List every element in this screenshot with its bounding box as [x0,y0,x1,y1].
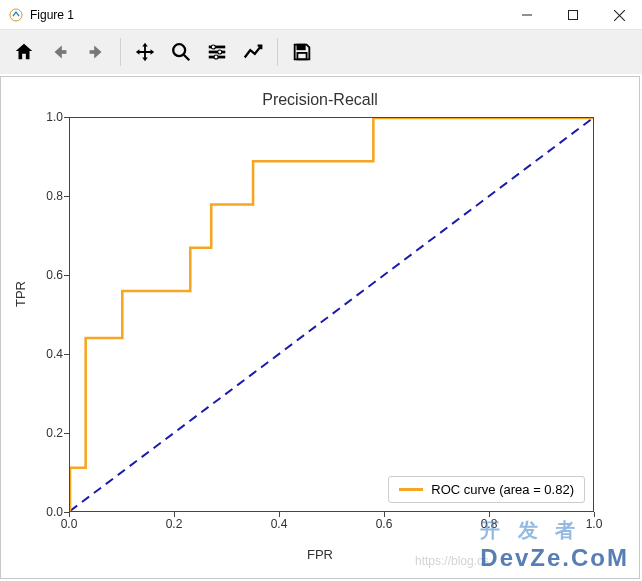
app-icon [8,7,24,23]
y-tick-label: 0.8 [23,189,63,203]
forward-button[interactable] [80,36,112,68]
window-titlebar: Figure 1 [0,0,642,30]
x-tick-mark [384,512,385,517]
svg-point-12 [211,45,215,49]
x-tick-label: 1.0 [579,517,609,531]
x-tick-mark [174,512,175,517]
legend-label: ROC curve (area = 0.82) [431,482,574,497]
y-tick-mark [64,196,69,197]
y-axis-label: TPR [13,281,28,307]
x-tick-label: 0.0 [54,517,84,531]
legend: ROC curve (area = 0.82) [388,476,585,503]
y-tick-mark [64,117,69,118]
minimize-button[interactable] [504,0,550,30]
svg-point-14 [214,55,218,59]
svg-rect-6 [90,50,96,54]
zoom-button[interactable] [165,36,197,68]
svg-line-17 [70,118,593,511]
svg-rect-16 [297,53,306,59]
diagonal-line [70,118,593,511]
legend-swatch [399,488,423,491]
nav-toolbar [0,30,642,74]
y-tick-label: 0.6 [23,268,63,282]
maximize-button[interactable] [550,0,596,30]
subplots-button[interactable] [201,36,233,68]
roc-line [70,118,593,511]
toolbar-separator [120,38,121,66]
pan-button[interactable] [129,36,161,68]
x-axis-label: FPR [1,547,639,562]
home-button[interactable] [8,36,40,68]
window-title: Figure 1 [30,8,504,22]
y-tick-mark [64,275,69,276]
svg-line-8 [184,55,190,61]
x-tick-label: 0.8 [474,517,504,531]
chart-title: Precision-Recall [1,91,639,109]
close-button[interactable] [596,0,642,30]
toolbar-separator [277,38,278,66]
edit-axes-button[interactable] [237,36,269,68]
back-button[interactable] [44,36,76,68]
x-tick-mark [594,512,595,517]
svg-point-13 [218,50,222,54]
plot-area: ROC curve (area = 0.82) [69,117,594,512]
y-tick-mark [64,433,69,434]
y-tick-label: 0.2 [23,426,63,440]
window-controls [504,0,642,29]
x-tick-mark [489,512,490,517]
x-tick-mark [279,512,280,517]
x-tick-label: 0.2 [159,517,189,531]
svg-rect-15 [297,45,304,50]
y-tick-label: 0.4 [23,347,63,361]
x-tick-mark [69,512,70,517]
svg-rect-10 [209,51,226,54]
x-tick-label: 0.6 [369,517,399,531]
save-button[interactable] [286,36,318,68]
svg-rect-5 [61,50,66,54]
figure-canvas[interactable]: Precision-Recall TPR FPR ROC curve (area… [0,76,640,579]
svg-point-7 [173,44,185,56]
svg-point-0 [10,9,22,21]
y-tick-mark [64,354,69,355]
x-tick-label: 0.4 [264,517,294,531]
y-tick-label: 1.0 [23,110,63,124]
svg-rect-2 [569,11,578,20]
